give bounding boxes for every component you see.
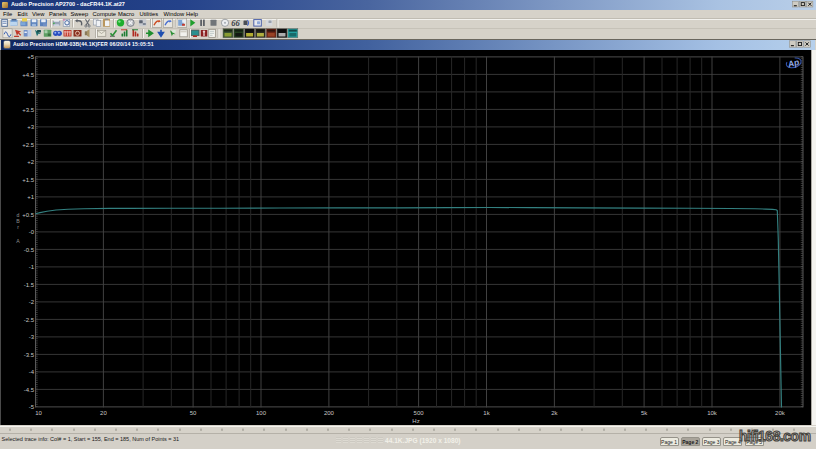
svg-text:1k: 1k <box>483 410 490 416</box>
svg-text:Ap: Ap <box>786 57 801 70</box>
svg-text:-1: -1 <box>29 264 35 270</box>
svg-text:-4: -4 <box>29 369 35 375</box>
svg-text:A: A <box>16 238 20 244</box>
svg-text:+4.5: +4.5 <box>22 72 35 78</box>
svg-text:20: 20 <box>100 410 107 416</box>
svg-text:-2.5: -2.5 <box>24 317 35 323</box>
svg-text:500: 500 <box>414 410 425 416</box>
svg-text:100: 100 <box>256 410 267 416</box>
svg-text:+3.5: +3.5 <box>22 107 35 113</box>
svg-text:10k: 10k <box>707 410 718 416</box>
svg-text:+2: +2 <box>27 159 35 165</box>
svg-text:5k: 5k <box>641 410 648 416</box>
svg-text:-0: -0 <box>29 229 35 235</box>
svg-text:+5: +5 <box>27 54 35 60</box>
svg-text:Hz: Hz <box>412 418 419 424</box>
svg-text:50: 50 <box>190 410 197 416</box>
svg-text:-4.5: -4.5 <box>24 387 35 393</box>
svg-text:+1: +1 <box>27 194 35 200</box>
svg-text:-2: -2 <box>29 299 35 305</box>
svg-text:200: 200 <box>324 410 335 416</box>
svg-text:+0.5: +0.5 <box>22 212 35 218</box>
svg-text:2k: 2k <box>551 410 558 416</box>
svg-text:+1.5: +1.5 <box>22 177 35 183</box>
svg-text:-1.5: -1.5 <box>24 282 35 288</box>
svg-text:+2.5: +2.5 <box>22 142 35 148</box>
svg-text:-5: -5 <box>29 404 35 410</box>
svg-text:+4: +4 <box>27 89 35 95</box>
svg-text:-3: -3 <box>29 334 35 340</box>
svg-text:+3: +3 <box>27 124 35 130</box>
svg-text:10: 10 <box>35 410 42 416</box>
svg-text:r: r <box>17 224 19 230</box>
svg-text:-0.5: -0.5 <box>24 247 35 253</box>
svg-text:-3.5: -3.5 <box>24 352 35 358</box>
svg-text:20k: 20k <box>775 410 786 416</box>
